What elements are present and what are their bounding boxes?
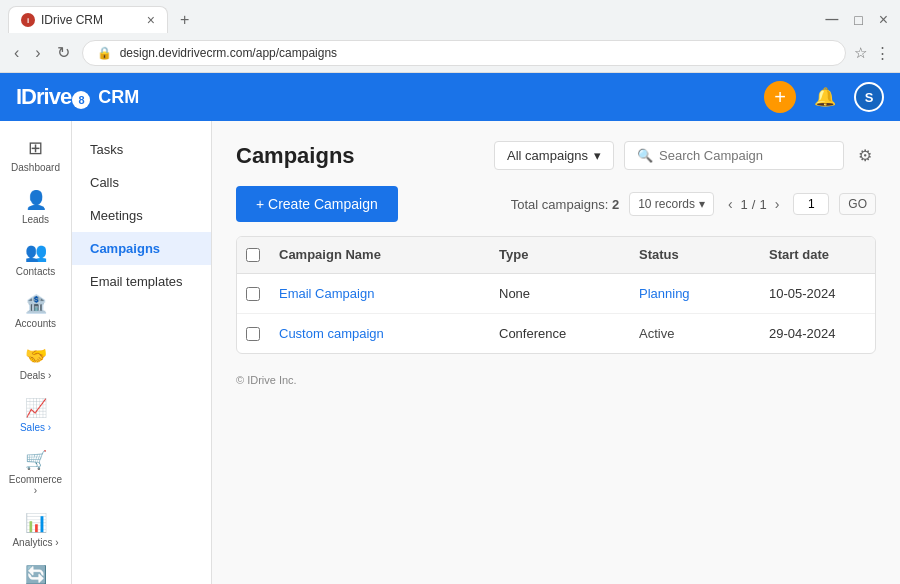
ecommerce-icon: 🛒	[25, 449, 47, 471]
col-header-name: Campaign Name	[269, 237, 489, 273]
row2-checkbox[interactable]	[246, 327, 260, 341]
row2-start-date: 29-04-2024	[759, 314, 876, 353]
page-separator: /	[752, 197, 756, 212]
app-wrapper: IDrive8 CRM + 🔔 S ⊞ Dashboard 👤 Leads 👥 …	[0, 73, 900, 584]
browser-chrome: i IDrive CRM × + ─ □ × ‹ › ↻ 🔒 design.de…	[0, 0, 900, 73]
dashboard-icon: ⊞	[28, 137, 43, 159]
row2-status: Active	[629, 314, 759, 353]
sidebar-label-dashboard: Dashboard	[11, 162, 60, 173]
create-campaign-btn[interactable]: + Create Campaign	[236, 186, 398, 222]
browser-tab[interactable]: i IDrive CRM ×	[8, 6, 168, 33]
new-tab-btn[interactable]: +	[172, 7, 197, 33]
user-avatar[interactable]: S	[854, 82, 884, 112]
accounts-icon: 🏦	[25, 293, 47, 315]
total-campaigns-label: Total campaigns: 2	[511, 197, 619, 212]
col-header-type: Type	[489, 237, 629, 273]
row1-type: None	[489, 274, 629, 313]
sidebar-item-accounts[interactable]: 🏦 Accounts	[4, 285, 68, 337]
analytics-icon: 📊	[25, 512, 47, 534]
left-nav-tasks[interactable]: Tasks	[72, 133, 211, 166]
all-campaigns-dropdown[interactable]: All campaigns ▾	[494, 141, 614, 170]
row2-name[interactable]: Custom campaign	[269, 314, 489, 353]
row1-checkbox-cell	[237, 274, 269, 313]
search-icon: 🔍	[637, 148, 653, 163]
filter-btn[interactable]: ⚙	[854, 142, 876, 169]
left-nav-calls[interactable]: Calls	[72, 166, 211, 199]
sidebar-label-analytics: Analytics ›	[12, 537, 58, 548]
table-row: Email Campaign None Planning 10-05-2024 …	[237, 274, 875, 314]
close-btn[interactable]: ×	[875, 11, 892, 29]
app-header: IDrive8 CRM + 🔔 S	[0, 73, 900, 121]
go-btn[interactable]: GO	[839, 193, 876, 215]
crm-label: CRM	[98, 87, 139, 108]
address-bar[interactable]: 🔒 design.devidrivecrm.com/app/campaigns	[82, 40, 846, 66]
select-all-checkbox[interactable]	[246, 248, 260, 262]
menu-icon[interactable]: ⋮	[875, 44, 890, 62]
tab-close-btn[interactable]: ×	[147, 13, 155, 27]
minimize-btn[interactable]: ─	[821, 9, 842, 30]
reload-btn[interactable]: ↻	[53, 39, 74, 66]
page-input[interactable]	[793, 193, 829, 215]
row1-name-link[interactable]: Email Campaign	[279, 286, 374, 301]
contacts-icon: 👥	[25, 241, 47, 263]
data-migration-icon: 🔄	[25, 564, 47, 584]
left-nav-meetings[interactable]: Meetings	[72, 199, 211, 232]
table-header: Campaign Name Type Status Start date End…	[237, 237, 875, 274]
tab-title: IDrive CRM	[41, 13, 103, 27]
row1-start-date: 10-05-2024	[759, 274, 876, 313]
col-header-status: Status	[629, 237, 759, 273]
left-nav: Tasks Calls Meetings Campaigns Email tem…	[72, 121, 212, 584]
prev-page-btn[interactable]: ‹	[724, 194, 737, 214]
sidebar-item-leads[interactable]: 👤 Leads	[4, 181, 68, 233]
row2-name-link[interactable]: Custom campaign	[279, 326, 384, 341]
browser-toolbar: ‹ › ↻ 🔒 design.devidrivecrm.com/app/camp…	[0, 33, 900, 72]
sidebar-item-sales[interactable]: 📈 Sales ›	[4, 389, 68, 441]
header-add-btn[interactable]: +	[764, 81, 796, 113]
browser-toolbar-icons: ☆ ⋮	[854, 44, 890, 62]
header-checkbox-cell	[237, 237, 269, 273]
search-input[interactable]	[659, 148, 831, 163]
url-text: design.devidrivecrm.com/app/campaigns	[120, 46, 337, 60]
page-nav: ‹ 1 / 1 ›	[724, 194, 783, 214]
row1-name[interactable]: Email Campaign	[269, 274, 489, 313]
favicon-icon: i	[21, 13, 35, 27]
sidebar-item-data-migration[interactable]: 🔄 Data Migration	[4, 556, 68, 584]
browser-titlebar: i IDrive CRM × + ─ □ ×	[0, 0, 900, 33]
table-row: Custom campaign Conference Active 29-04-…	[237, 314, 875, 353]
row1-checkbox[interactable]	[246, 287, 260, 301]
notifications-btn[interactable]: 🔔	[808, 80, 842, 114]
left-nav-email-templates[interactable]: Email templates	[72, 265, 211, 298]
chevron-down-icon: ▾	[699, 197, 705, 211]
sidebar-label-ecommerce: Ecommerce ›	[8, 474, 64, 496]
sidebar-item-deals[interactable]: 🤝 Deals ›	[4, 337, 68, 389]
left-nav-campaigns[interactable]: Campaigns	[72, 232, 211, 265]
sidebar-item-dashboard[interactable]: ⊞ Dashboard	[4, 129, 68, 181]
bookmark-star-icon[interactable]: ☆	[854, 44, 867, 62]
sidebar-item-analytics[interactable]: 📊 Analytics ›	[4, 504, 68, 556]
row2-type: Conference	[489, 314, 629, 353]
next-page-btn[interactable]: ›	[771, 194, 784, 214]
chevron-down-icon: ▾	[594, 148, 601, 163]
sidebar-item-ecommerce[interactable]: 🛒 Ecommerce ›	[4, 441, 68, 504]
search-box[interactable]: 🔍	[624, 141, 844, 170]
forward-btn[interactable]: ›	[31, 40, 44, 66]
sales-icon: 📈	[25, 397, 47, 419]
row1-status: Planning	[629, 274, 759, 313]
logo-area: IDrive8 CRM	[16, 84, 139, 110]
sidebar-label-accounts: Accounts	[15, 318, 56, 329]
app-body: ⊞ Dashboard 👤 Leads 👥 Contacts 🏦 Account…	[0, 121, 900, 584]
sidebar-label-sales: Sales ›	[20, 422, 51, 433]
sidebar-item-contacts[interactable]: 👥 Contacts	[4, 233, 68, 285]
row2-checkbox-cell	[237, 314, 269, 353]
page-title: Campaigns	[236, 143, 355, 169]
back-btn[interactable]: ‹	[10, 40, 23, 66]
deals-icon: 🤝	[25, 345, 47, 367]
sidebar-label-leads: Leads	[22, 214, 49, 225]
logo-icon: IDrive8	[16, 84, 90, 110]
panel-header: Campaigns All campaigns ▾ 🔍 ⚙	[236, 141, 876, 170]
footer: © IDrive Inc.	[236, 354, 876, 386]
sidebar: ⊞ Dashboard 👤 Leads 👥 Contacts 🏦 Account…	[0, 121, 72, 584]
records-dropdown[interactable]: 10 records ▾	[629, 192, 714, 216]
maximize-btn[interactable]: □	[850, 12, 866, 28]
toolbar-row: + Create Campaign Total campaigns: 2 10 …	[236, 186, 876, 222]
